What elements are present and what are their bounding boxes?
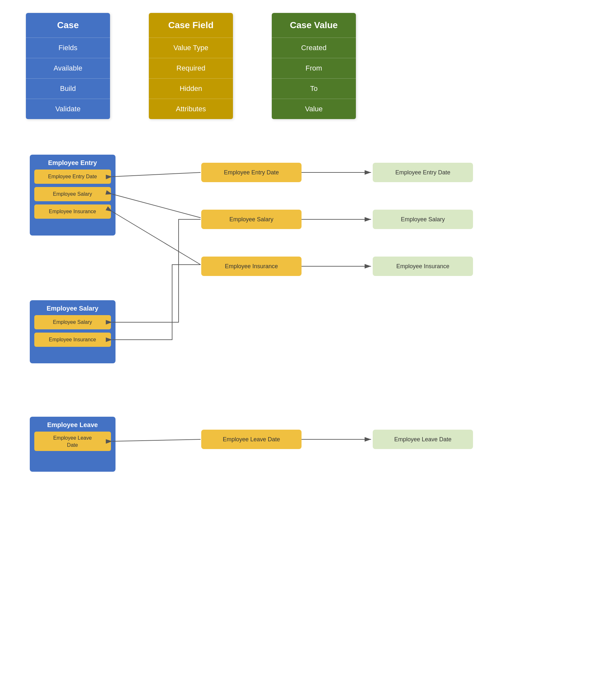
arrow-salary-to-group1-chip [112,194,201,218]
value-label-entry-date: Employee Entry Date [395,169,450,176]
case-title-employee-salary: Employee Salary [47,305,99,312]
case-row-validate: Validate [26,99,110,119]
arrow-entrydate-to-chip [112,173,201,177]
casefield-table: Case Field Value Type Required Hidden At… [149,13,233,119]
field-label-salary: Employee Salary [229,216,273,223]
chip-leave-date-line2: Date [67,442,78,448]
case-row-fields: Fields [26,38,110,58]
diagram-section: Employee Entry Employee Entry Date Emplo… [20,145,596,657]
chip-leave-date-line1: Employee Leave [53,435,92,441]
field-label-entry-date: Employee Entry Date [224,169,279,176]
chip-salary-salary-label: Employee Salary [53,319,92,325]
casevalue-table: Case Value Created From To Value [272,13,356,119]
casevalue-row-to: To [272,78,356,99]
field-label-insurance: Employee Insurance [225,263,278,270]
case-row-build: Build [26,78,110,99]
arrow-insurance-to-group2-chip [112,265,201,340]
case-table: Case Fields Available Build Validate [26,13,110,119]
chip-salary-insurance-label: Employee Insurance [49,337,96,342]
value-label-leave-date: Employee Leave Date [394,436,451,442]
casevalue-row-from: From [272,58,356,78]
case-title-employee-leave: Employee Leave [47,421,98,428]
chip-entry-insurance-label: Employee Insurance [49,209,96,214]
casevalue-row-value: Value [272,99,356,119]
casefield-table-header: Case Field [149,13,233,38]
chip-leave-date [34,432,111,451]
top-section: Case Fields Available Build Validate Cas… [26,13,597,119]
casefield-row-required: Required [149,58,233,78]
field-label-leave-date: Employee Leave Date [223,436,280,442]
casefield-row-attributes: Attributes [149,99,233,119]
arrow-salary-to-group2-chip [112,219,201,322]
casefield-row-valuetype: Value Type [149,38,233,58]
case-table-header: Case [26,13,110,38]
arrow-leavedate-to-chip [112,439,201,441]
chip-entry-date-label: Employee Entry Date [48,174,97,179]
case-row-available: Available [26,58,110,78]
value-label-insurance: Employee Insurance [396,263,449,270]
casevalue-table-header: Case Value [272,13,356,38]
diagram-svg: Employee Entry Employee Entry Date Emplo… [20,145,596,656]
case-title-employee-entry: Employee Entry [48,159,97,166]
casefield-row-hidden: Hidden [149,78,233,99]
casevalue-row-created: Created [272,38,356,58]
chip-entry-salary-label: Employee Salary [53,191,92,197]
value-label-salary: Employee Salary [401,216,445,223]
